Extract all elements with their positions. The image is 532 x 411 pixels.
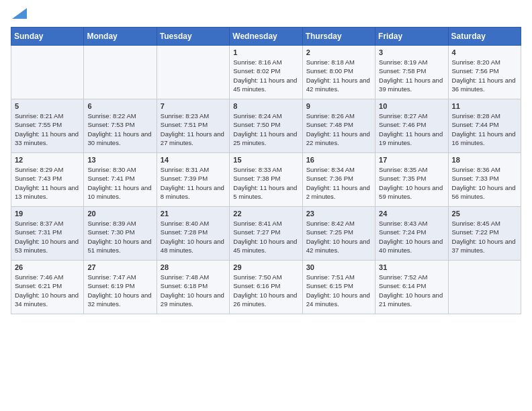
day-info: Sunrise: 8:31 AM Sunset: 7:39 PM Dayligh… [161, 165, 226, 201]
day-number: 14 [161, 156, 226, 164]
day-info: Sunrise: 8:36 AM Sunset: 7:33 PM Dayligh… [452, 165, 517, 201]
sunset: Sunset: 7:39 PM [161, 175, 208, 182]
day-number: 9 [306, 102, 371, 110]
sunrise: Sunrise: 7:47 AM [87, 273, 136, 281]
day-number: 10 [379, 102, 444, 110]
daylight: Daylight: 10 hours and 48 minutes. [161, 238, 224, 254]
col-tuesday: Tuesday [157, 28, 229, 46]
sunrise: Sunrise: 8:31 AM [161, 166, 209, 173]
daylight: Daylight: 10 hours and 34 minutes. [15, 291, 79, 308]
sunset: Sunset: 6:14 PM [379, 282, 426, 289]
daylight: Daylight: 11 hours and 8 minutes. [161, 184, 224, 200]
sunset: Sunset: 7:44 PM [452, 121, 499, 128]
sunrise: Sunrise: 8:34 AM [306, 166, 355, 173]
day-info: Sunrise: 8:43 AM Sunset: 7:24 PM Dayligh… [379, 219, 444, 255]
day-number: 20 [87, 210, 152, 218]
sunset: Sunset: 7:36 PM [306, 175, 353, 182]
sunset: Sunset: 7:28 PM [161, 228, 208, 236]
day-info: Sunrise: 8:37 AM Sunset: 7:31 PM Dayligh… [15, 219, 80, 255]
day-number: 16 [306, 156, 371, 164]
day-info: Sunrise: 8:18 AM Sunset: 8:00 PM Dayligh… [306, 58, 371, 93]
calendar-cell: 26 Sunrise: 7:46 AM Sunset: 6:21 PM Dayl… [11, 261, 84, 314]
calendar-cell [448, 261, 521, 314]
day-number: 30 [306, 263, 371, 271]
daylight: Daylight: 10 hours and 40 minutes. [379, 238, 443, 254]
sunrise: Sunrise: 8:18 AM [306, 58, 355, 66]
calendar-week-5: 26 Sunrise: 7:46 AM Sunset: 6:21 PM Dayl… [11, 261, 521, 314]
calendar-cell: 3 Sunrise: 8:19 AM Sunset: 7:58 PM Dayli… [375, 46, 448, 99]
sunset: Sunset: 7:58 PM [379, 67, 426, 75]
day-info: Sunrise: 8:34 AM Sunset: 7:36 PM Dayligh… [306, 165, 371, 201]
daylight: Daylight: 11 hours and 39 minutes. [379, 77, 443, 93]
sunset: Sunset: 7:31 PM [15, 228, 62, 236]
sunrise: Sunrise: 8:35 AM [379, 166, 427, 173]
col-sunday: Sunday [11, 28, 84, 46]
calendar-cell: 18 Sunrise: 8:36 AM Sunset: 7:33 PM Dayl… [448, 153, 521, 207]
calendar-cell: 10 Sunrise: 8:27 AM Sunset: 7:46 PM Dayl… [375, 99, 448, 153]
daylight: Daylight: 11 hours and 30 minutes. [87, 130, 151, 146]
sunrise: Sunrise: 8:33 AM [233, 166, 281, 173]
sunrise: Sunrise: 8:37 AM [15, 220, 63, 227]
day-number: 18 [452, 156, 517, 164]
calendar-cell [84, 46, 157, 99]
calendar-table: Sunday Monday Tuesday Wednesday Thursday… [11, 27, 521, 314]
sunset: Sunset: 7:55 PM [15, 121, 62, 128]
calendar-cell [157, 46, 229, 99]
day-info: Sunrise: 7:46 AM Sunset: 6:21 PM Dayligh… [15, 273, 80, 308]
day-number: 17 [379, 156, 444, 164]
calendar-cell: 4 Sunrise: 8:20 AM Sunset: 7:56 PM Dayli… [448, 46, 521, 99]
logo-icon [12, 8, 27, 19]
sunrise: Sunrise: 8:24 AM [233, 112, 281, 120]
daylight: Daylight: 10 hours and 32 minutes. [87, 291, 151, 308]
calendar-week-2: 5 Sunrise: 8:21 AM Sunset: 7:55 PM Dayli… [11, 99, 521, 153]
sunrise: Sunrise: 7:46 AM [15, 273, 63, 281]
day-number: 2 [306, 48, 371, 56]
day-info: Sunrise: 8:16 AM Sunset: 8:02 PM Dayligh… [233, 58, 298, 93]
day-number: 25 [452, 210, 517, 218]
day-number: 15 [233, 156, 298, 164]
calendar-cell: 7 Sunrise: 8:23 AM Sunset: 7:51 PM Dayli… [157, 99, 229, 153]
day-info: Sunrise: 8:23 AM Sunset: 7:51 PM Dayligh… [161, 111, 226, 147]
day-number: 23 [306, 210, 371, 218]
day-info: Sunrise: 8:22 AM Sunset: 7:53 PM Dayligh… [87, 111, 152, 147]
day-info: Sunrise: 8:20 AM Sunset: 7:56 PM Dayligh… [452, 58, 517, 93]
sunrise: Sunrise: 7:52 AM [379, 273, 427, 281]
day-info: Sunrise: 8:30 AM Sunset: 7:41 PM Dayligh… [87, 165, 152, 201]
calendar-header: Sunday Monday Tuesday Wednesday Thursday… [11, 28, 521, 46]
daylight: Daylight: 10 hours and 26 minutes. [233, 291, 297, 308]
calendar-cell: 8 Sunrise: 8:24 AM Sunset: 7:50 PM Dayli… [230, 99, 302, 153]
sunset: Sunset: 7:22 PM [452, 228, 499, 236]
day-info: Sunrise: 7:51 AM Sunset: 6:15 PM Dayligh… [306, 273, 371, 308]
day-info: Sunrise: 8:26 AM Sunset: 7:48 PM Dayligh… [306, 111, 371, 147]
day-number: 7 [161, 102, 226, 110]
col-saturday: Saturday [448, 28, 521, 46]
calendar-cell: 29 Sunrise: 7:50 AM Sunset: 6:16 PM Dayl… [230, 261, 302, 314]
sunset: Sunset: 6:19 PM [87, 282, 134, 289]
daylight: Daylight: 11 hours and 22 minutes. [306, 130, 370, 146]
col-friday: Friday [375, 28, 448, 46]
sunrise: Sunrise: 8:22 AM [87, 112, 136, 120]
day-info: Sunrise: 8:19 AM Sunset: 7:58 PM Dayligh… [379, 58, 444, 93]
sunset: Sunset: 6:16 PM [233, 282, 280, 289]
day-info: Sunrise: 8:41 AM Sunset: 7:27 PM Dayligh… [233, 219, 298, 255]
daylight: Daylight: 10 hours and 59 minutes. [379, 184, 443, 200]
day-info: Sunrise: 8:24 AM Sunset: 7:50 PM Dayligh… [233, 111, 298, 147]
sunrise: Sunrise: 8:19 AM [379, 58, 427, 66]
sunrise: Sunrise: 8:27 AM [379, 112, 427, 120]
sunrise: Sunrise: 8:45 AM [452, 220, 500, 227]
day-info: Sunrise: 7:52 AM Sunset: 6:14 PM Dayligh… [379, 273, 444, 308]
sunrise: Sunrise: 8:29 AM [15, 166, 63, 173]
calendar-cell: 20 Sunrise: 8:39 AM Sunset: 7:30 PM Dayl… [84, 207, 157, 261]
sunset: Sunset: 7:53 PM [87, 121, 134, 128]
day-number: 1 [233, 48, 298, 56]
day-info: Sunrise: 7:48 AM Sunset: 6:18 PM Dayligh… [161, 273, 226, 308]
calendar-cell: 19 Sunrise: 8:37 AM Sunset: 7:31 PM Dayl… [11, 207, 84, 261]
daylight: Daylight: 11 hours and 10 minutes. [87, 184, 151, 200]
calendar-cell: 27 Sunrise: 7:47 AM Sunset: 6:19 PM Dayl… [84, 261, 157, 314]
sunrise: Sunrise: 8:20 AM [452, 58, 500, 66]
day-number: 21 [161, 210, 226, 218]
daylight: Daylight: 11 hours and 19 minutes. [379, 130, 443, 146]
sunset: Sunset: 7:51 PM [161, 121, 208, 128]
sunrise: Sunrise: 8:28 AM [452, 112, 500, 120]
sunset: Sunset: 8:00 PM [306, 67, 353, 75]
